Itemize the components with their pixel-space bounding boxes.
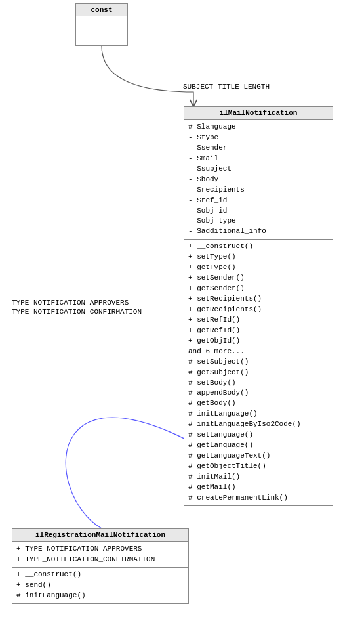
ilRegistrationMailNotification-constants: + TYPE_NOTIFICATION_APPROVERS + TYPE_NOT… xyxy=(12,542,188,567)
method-19: # getLanguage() xyxy=(188,440,329,451)
method-16: # initLanguage() xyxy=(188,409,329,419)
method-4: + getSender() xyxy=(188,284,329,294)
method-12: # getSubject() xyxy=(188,368,329,378)
ilMailNotification-box: ilMailNotification # $language - $type -… xyxy=(184,106,333,506)
diagram-container: const SUBJECT_TITLE_LENGTH ilMailNotific… xyxy=(0,0,343,644)
ilMailNotification-properties: # $language - $type - $sender - $mail - … xyxy=(184,119,333,239)
method-15: # getBody() xyxy=(188,398,329,409)
type-notification-label2: TYPE_NOTIFICATION_CONFIRMATION xyxy=(12,308,142,316)
method-11: # setSubject() xyxy=(188,357,329,368)
prop-9: - $obj_type xyxy=(188,216,329,226)
method-18: # setLanguage() xyxy=(188,430,329,440)
method-20: # getLanguageText() xyxy=(188,451,329,462)
method-9: + getObjId() xyxy=(188,336,329,347)
reg-method-0: + __construct() xyxy=(16,570,184,580)
method-2: + getType() xyxy=(188,263,329,273)
ilRegistrationMailNotification-methods: + __construct() + send() # initLanguage(… xyxy=(12,567,188,603)
prop-2: - $sender xyxy=(188,143,329,154)
ilRegistrationMailNotification-box: ilRegistrationMailNotification + TYPE_NO… xyxy=(12,528,189,604)
prop-7: - $ref_id xyxy=(188,196,329,206)
reg-method-1: + send() xyxy=(16,580,184,591)
prop-8: - $obj_id xyxy=(188,206,329,217)
method-0: + __construct() xyxy=(188,242,329,252)
prop-10: - $additional_info xyxy=(188,226,329,237)
method-22: # initMail() xyxy=(188,472,329,483)
const-box-header: const xyxy=(76,4,127,16)
subject-title-length-label: SUBJECT_TITLE_LENGTH xyxy=(183,83,270,91)
method-10: and 6 more... xyxy=(188,347,329,357)
method-3: + setSender() xyxy=(188,273,329,284)
prop-1: - $type xyxy=(188,133,329,143)
const-1: + TYPE_NOTIFICATION_CONFIRMATION xyxy=(16,555,184,565)
type-notification-label1: TYPE_NOTIFICATION_APPROVERS xyxy=(12,299,129,307)
prop-6: - $recipients xyxy=(188,185,329,196)
prop-4: - $subject xyxy=(188,164,329,175)
ilRegistrationMailNotification-header: ilRegistrationMailNotification xyxy=(12,529,188,542)
method-1: + setType() xyxy=(188,252,329,263)
method-13: # setBody() xyxy=(188,378,329,389)
prop-5: - $body xyxy=(188,175,329,185)
method-17: # initLanguageByIso2Code() xyxy=(188,419,329,430)
method-21: # getObjectTitle() xyxy=(188,462,329,472)
prop-3: - $mail xyxy=(188,154,329,164)
method-8: + getRefId() xyxy=(188,326,329,336)
method-23: # getMail() xyxy=(188,483,329,493)
method-24: # createPermanentLink() xyxy=(188,493,329,504)
method-14: # appendBody() xyxy=(188,388,329,398)
method-6: + getRecipients() xyxy=(188,305,329,315)
ilMailNotification-header: ilMailNotification xyxy=(184,107,333,119)
reg-method-2: # initLanguage() xyxy=(16,591,184,601)
const-0: + TYPE_NOTIFICATION_APPROVERS xyxy=(16,544,184,555)
ilMailNotification-methods: + __construct() + setType() + getType() … xyxy=(184,239,333,505)
const-box: const xyxy=(75,3,128,46)
method-5: + setRecipients() xyxy=(188,294,329,305)
method-7: + setRefId() xyxy=(188,315,329,326)
prop-0: # $language xyxy=(188,122,329,133)
